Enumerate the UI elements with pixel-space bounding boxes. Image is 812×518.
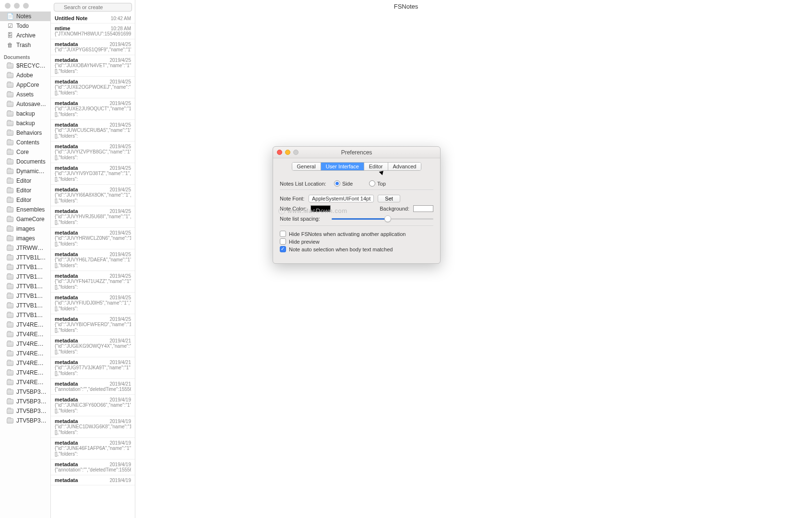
radio-icon bbox=[369, 180, 375, 187]
sidebar-folder[interactable]: images bbox=[0, 224, 50, 234]
notes-list-item[interactable]: metadata 2019/4/21 {"annotation":"","del… bbox=[51, 379, 135, 395]
notes-list-item[interactable]: metadata 2019/4/25 {"id":"JUWCU5CRUBA5",… bbox=[51, 120, 135, 141]
sidebar-folder[interactable]: JTV4REYIU… bbox=[0, 358, 50, 368]
mac-min-dim[interactable] bbox=[14, 3, 20, 9]
notes-list-item[interactable]: metadata 2019/4/19 {"id":"JUNEC3FY60O66"… bbox=[51, 395, 135, 416]
radio-option-side[interactable]: Side bbox=[334, 180, 353, 187]
search-input[interactable] bbox=[54, 3, 132, 12]
pref-min-icon[interactable] bbox=[285, 150, 290, 155]
checkbox-icon[interactable] bbox=[280, 238, 286, 245]
notes-list-item[interactable]: metadata 2019/4/25 {"id":"JUXIOBAYN4VET"… bbox=[51, 55, 135, 77]
pref-tab-editor[interactable]: Editor bbox=[364, 163, 388, 170]
chk-hide-app-row[interactable]: Hide FSNotes when activating another app… bbox=[280, 231, 433, 237]
sidebar-folder[interactable]: Adobe bbox=[0, 71, 50, 80]
sidebar-folder[interactable]: JTTVB1M80… bbox=[0, 282, 50, 291]
radio-label: Side bbox=[342, 181, 353, 187]
sidebar-folder[interactable]: GameCore bbox=[0, 214, 50, 224]
sidebar-folder[interactable]: JTRWWFXK… bbox=[0, 243, 50, 253]
sidebar-folder[interactable]: images bbox=[0, 234, 50, 243]
note-font-field[interactable]: AppleSystemUIFont 14pt bbox=[309, 195, 374, 202]
sidebar-folder[interactable]: Assets bbox=[0, 90, 50, 99]
sidebar-folder[interactable]: JTTVB1M8D… bbox=[0, 291, 50, 301]
notes-list-item[interactable]: metadata 2019/4/25 {"id":"JUVYI66A8X8OK"… bbox=[51, 185, 135, 206]
note-title: metadata bbox=[55, 381, 78, 387]
sidebar-folder[interactable]: JTV5BP33P… bbox=[0, 397, 50, 406]
sidebar-folder-label: backup bbox=[16, 110, 35, 117]
pref-close-icon[interactable] bbox=[277, 150, 282, 155]
slider-knob-icon[interactable] bbox=[384, 215, 391, 222]
sidebar-folder[interactable]: Ensembles bbox=[0, 205, 50, 214]
pref-tab-user-interface[interactable]: User Interface bbox=[321, 163, 364, 170]
sidebar-folder[interactable]: JTV4REYGF… bbox=[0, 330, 50, 339]
sidebar-folder[interactable]: JTV5BP34I0… bbox=[0, 416, 50, 425]
notes-list-item[interactable]: metadata 2019/4/21 {"id":"JUG9T7V3JKA9T"… bbox=[51, 357, 135, 379]
sidebar-folder[interactable]: backup bbox=[0, 109, 50, 118]
sidebar-folder[interactable]: Editor bbox=[0, 176, 50, 186]
sidebar-item-trash[interactable]: 🗑 Trash bbox=[0, 40, 50, 50]
sidebar-folder[interactable]: JTV4REYJQ… bbox=[0, 368, 50, 377]
notes-list-item[interactable]: metadata 2019/4/25 {"id":"JUVYIV9YD38TZ"… bbox=[51, 163, 135, 185]
notes-list-item[interactable]: metadata 2019/4/25 {"id":"JUXE2OGPWOKEJ"… bbox=[51, 77, 135, 98]
sidebar-folder[interactable]: Core bbox=[0, 147, 50, 157]
preferences-titlebar[interactable]: Preferences bbox=[273, 147, 440, 158]
sidebar-folder[interactable]: AppCore bbox=[0, 80, 50, 90]
sidebar-folder[interactable]: Behaviors bbox=[0, 128, 50, 138]
editor-pane[interactable] bbox=[135, 12, 812, 518]
sidebar-folder[interactable]: Editor bbox=[0, 186, 50, 195]
spacing-slider[interactable] bbox=[332, 215, 433, 223]
notes-list-item[interactable]: mtime 10:28 AM {"JTXNOMH7H8WUU":15540916… bbox=[51, 24, 135, 39]
chk-hide-preview-row[interactable]: Hide preview bbox=[280, 238, 433, 245]
sidebar-folder-label: Autosaved C… bbox=[16, 101, 47, 107]
mac-close-dim[interactable] bbox=[5, 3, 11, 9]
notes-list-item[interactable]: metadata 2019/4/19 bbox=[51, 475, 135, 485]
notes-list-item[interactable]: metadata 2019/4/19 {"id":"JUNE46F1AFP6A"… bbox=[51, 438, 135, 459]
notes-list-item[interactable]: metadata 2019/4/19 {"annotation":"","del… bbox=[51, 459, 135, 475]
sidebar-folder[interactable]: JTTVB1M6O… bbox=[0, 262, 50, 272]
sidebar-item-archive[interactable]: 🗄 Archive bbox=[0, 31, 50, 40]
notes-list-item[interactable]: metadata 2019/4/25 {"id":"JUVYH6L7DAEFA"… bbox=[51, 249, 135, 271]
sidebar-item-notes[interactable]: 📄 Notes bbox=[0, 12, 50, 21]
mac-zoom-dim[interactable] bbox=[23, 3, 29, 9]
sidebar-folder[interactable]: JTTVB1M7G… bbox=[0, 272, 50, 282]
sidebar-folder[interactable]: JTV5BP33Q… bbox=[0, 406, 50, 416]
notes-list-item[interactable]: metadata 2019/4/25 {"id":"JUVYIZVPYB8GC"… bbox=[51, 141, 135, 163]
chk-auto-select-row[interactable]: Note auto selection when body text match… bbox=[280, 246, 433, 252]
window-traffic-lights[interactable] bbox=[5, 3, 29, 9]
sidebar-folder[interactable]: Documents bbox=[0, 157, 50, 166]
notes-list-item[interactable]: metadata 2019/4/25 {"id":"JUXE2JU9OQUCT"… bbox=[51, 98, 135, 120]
sidebar-folder[interactable]: $RECYCLE… bbox=[0, 61, 50, 71]
notes-list-item[interactable]: metadata 2019/4/21 {"id":"JUGEKG9OWQY4X"… bbox=[51, 336, 135, 357]
set-font-button[interactable]: Set bbox=[378, 195, 400, 202]
sidebar-folder[interactable]: JTV4REYHP… bbox=[0, 339, 50, 349]
sidebar-folder[interactable]: JTV4REYI41… bbox=[0, 349, 50, 358]
sidebar-folder[interactable]: backup bbox=[0, 118, 50, 128]
sidebar-folder[interactable]: Editor bbox=[0, 195, 50, 205]
notes-list-item[interactable]: metadata 2019/4/19 {"id":"JUNEC1DWJG6K8"… bbox=[51, 416, 135, 438]
notes-list-item[interactable]: metadata 2019/4/25 {"id":"JUVYFN471U4ZZ"… bbox=[51, 271, 135, 293]
notes-list-item[interactable]: metadata 2019/4/25 {"id":"JUVYBIOFWFERD"… bbox=[51, 314, 135, 336]
notes-list-item[interactable]: Untitled Note 10:42 AM bbox=[51, 13, 135, 24]
notes-list-item[interactable]: metadata 2019/4/25 {"id":"JUXPYG6S1Q9F9"… bbox=[51, 39, 135, 55]
sidebar-folder[interactable]: JTV4REY9L… bbox=[0, 320, 50, 330]
sidebar-folder[interactable]: JTV5BP334… bbox=[0, 387, 50, 397]
checkbox-icon[interactable] bbox=[280, 246, 286, 252]
sidebar-folder[interactable]: Contents bbox=[0, 138, 50, 147]
notes-list-item[interactable]: metadata 2019/4/25 {"id":"JUVYHRWCLZ0N6"… bbox=[51, 228, 135, 249]
sidebar-folder[interactable]: JTTVB1M9S… bbox=[0, 310, 50, 320]
sidebar-folder[interactable]: JTV4REYK5… bbox=[0, 377, 50, 387]
sidebar-folder[interactable]: Autosaved C… bbox=[0, 99, 50, 109]
background-color-swatch[interactable] bbox=[413, 205, 433, 212]
sidebar-folder-label: Adobe bbox=[16, 72, 33, 79]
sidebar-folder[interactable]: JTTVB1M8S… bbox=[0, 301, 50, 310]
pref-tabs[interactable]: GeneralUser InterfaceEditorAdvanced bbox=[292, 162, 422, 171]
sidebar-folder[interactable]: DynamicQu… bbox=[0, 166, 50, 176]
checkbox-icon[interactable] bbox=[280, 231, 286, 237]
notes-list-item[interactable]: metadata 2019/4/25 {"id":"JUVYHVRJ5U68I"… bbox=[51, 206, 135, 228]
pref-tab-advanced[interactable]: Advanced bbox=[388, 163, 421, 170]
pref-tab-general[interactable]: General bbox=[292, 163, 321, 170]
radio-option-top[interactable]: Top bbox=[369, 180, 386, 187]
notes-list-item[interactable]: metadata 2019/4/25 {"id":"JUVYFIUDJ0IH5"… bbox=[51, 293, 135, 314]
pref-traffic-lights[interactable] bbox=[277, 150, 299, 155]
sidebar-folder[interactable]: JTTVB1LWT… bbox=[0, 253, 50, 262]
sidebar-item-todo[interactable]: ☑ Todo bbox=[0, 21, 50, 31]
